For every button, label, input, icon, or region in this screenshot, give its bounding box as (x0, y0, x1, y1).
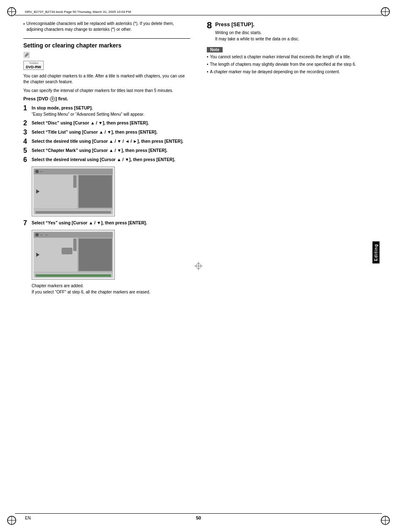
note-item-3: • A chapter marker may be delayed depend… (207, 69, 374, 75)
bullet-text-1: Unrecognisable characters will be replac… (27, 21, 190, 32)
corner-mark-bl (6, 515, 17, 526)
pencil-icon (23, 52, 30, 58)
step-5-content: Select “Chapter Mark” using [Cursor ▲ / … (32, 147, 190, 154)
section-divider (23, 38, 190, 39)
press-dvd-line: Press [DVD ⊙] first. (23, 96, 190, 102)
bullet-dot: • (23, 21, 25, 32)
description-2: You can specify the interval of chapter … (23, 88, 190, 94)
note-item-1: • You cannot select a chapter marker int… (207, 54, 374, 60)
screenshot-1-bottombar (34, 209, 113, 214)
step-7-content: Select “Yes” using [Cursor ▲ / ▼], then … (32, 220, 190, 226)
section-heading: Setting or clearing chapter markers (23, 42, 190, 49)
badge-dvdrw-text: DVD-RW (26, 65, 41, 69)
bullet-item-1: • Unrecognisable characters will be repl… (23, 21, 190, 32)
step-2-bold: Select “Disc” using [Cursor ▲ / ▼], then… (32, 120, 149, 125)
step-1-content: In stop mode, press [SETUP]. “Easy Setti… (32, 105, 190, 117)
screenshot-1-inner: – (34, 169, 113, 214)
step-3-content: Select “Title List” using [Cursor ▲ / ▼]… (32, 129, 190, 136)
left-column: • Unrecognisable characters will be repl… (23, 21, 194, 509)
step-5-number: 5 (23, 147, 29, 154)
screenshot-1-left (34, 174, 78, 209)
content-area: • Unrecognisable characters will be repl… (23, 21, 374, 509)
screenshot-1-body (34, 174, 113, 209)
step-2: 2 Select “Disc” using [Cursor ▲ / ▼], th… (23, 120, 190, 127)
step-8: 8 Press [SETUP]. Writing on the disc sta… (207, 21, 374, 42)
step-8-sub2: It may take a while to write the data on… (215, 36, 374, 42)
caption-line2: If you select "OFF" at step 6, all the c… (32, 290, 150, 294)
badge-video-text: ✎Video (29, 62, 39, 65)
note-text-3: A chapter marker may be delayed dependin… (210, 69, 340, 75)
step-6-content: Select the desired interval using [Curso… (32, 157, 190, 163)
screenshot-2-dot-icon (35, 233, 39, 236)
bullet-section: • Unrecognisable characters will be repl… (23, 21, 190, 32)
step-2-number: 2 (23, 120, 29, 127)
step-1-sub: “Easy Setting Menu” or “Advanced Setting… (32, 112, 190, 117)
step-4-content: Select the desired title using [Cursor ▲… (32, 138, 190, 145)
screenshot-dot-icon (35, 170, 39, 173)
note-bullet-1: • (207, 54, 208, 60)
step-1-number: 1 (23, 105, 29, 117)
note-box: Note • You cannot select a chapter marke… (207, 47, 374, 75)
note-text-2: The length of chapters may slightly devi… (210, 62, 356, 67)
step-8-content: Press [SETUP]. Writing on the disc start… (215, 21, 374, 42)
step-4-number: 4 (23, 138, 29, 145)
screenshot-1-topbar: – (34, 169, 113, 174)
press-dvd-suffix: ] first. (55, 96, 68, 101)
corner-mark-tl (6, 6, 17, 17)
right-column: 8 Press [SETUP]. Writing on the disc sta… (203, 21, 374, 509)
screenshot-1-title: – (40, 169, 42, 174)
screenshot-1-slider (35, 211, 111, 214)
note-item-2: • The length of chapters may slightly de… (207, 62, 374, 67)
step-7: 7 Select “Yes” using [Cursor ▲ / ▼], the… (23, 220, 190, 226)
screenshot-2-inner: – – (34, 232, 113, 278)
edit-icon-area (23, 52, 190, 59)
note-bullet-3: • (207, 69, 208, 75)
screenshot-2-topbar: – – (34, 232, 113, 238)
step-1: 1 In stop mode, press [SETUP]. “Easy Set… (23, 105, 190, 117)
screenshot-2-body (34, 238, 113, 272)
corner-mark-br (380, 515, 391, 526)
step-6-bold: Select the desired interval using [Curso… (32, 157, 175, 162)
screenshot-1-right (78, 174, 113, 209)
step-5-bold: Select “Chapter Mark” using [Cursor ▲ / … (32, 148, 168, 153)
caption-text: Chapter markers are added. If you select… (32, 283, 190, 295)
screenshot-2-title: – – (40, 233, 48, 237)
caption-line1: Chapter markers are added. (32, 283, 84, 288)
scroll-indicator (73, 175, 77, 188)
note-label: Note (207, 47, 223, 52)
screenshot-2-left (34, 238, 78, 272)
step-1-bold: In stop mode, press [SETUP]. (32, 105, 93, 110)
screenshot-2-slider (35, 274, 111, 277)
step-8-bold: Press [SETUP]. (215, 21, 255, 27)
step-3-bold: Select “Title List” using [Cursor ▲ / ▼]… (32, 129, 157, 134)
play-arrow-2-icon (36, 253, 40, 257)
header-line (15, 15, 382, 15)
step-5: 5 Select “Chapter Mark” using [Cursor ▲ … (23, 147, 190, 154)
screenshot-2-right (78, 238, 113, 272)
scroll-indicator-2 (73, 239, 77, 251)
corner-mark-tr (380, 6, 391, 17)
step-6-number: 6 (23, 157, 29, 163)
step-6: 6 Select the desired interval using [Cur… (23, 157, 190, 163)
screenshot-2: – – (32, 230, 115, 280)
play-arrow-icon (36, 189, 40, 194)
dvd-rw-badge: ✎Video DVD-RW (23, 61, 44, 70)
step-4-bold: Select the desired title using [Cursor ▲… (32, 139, 184, 144)
step-8-number: 8 (207, 21, 213, 42)
footer-line (15, 513, 382, 514)
screenshot-2-bottombar (34, 272, 113, 278)
footer-lang: EN (25, 516, 31, 520)
description-1: You can add chapter markers to a title. … (23, 73, 190, 85)
step-3-number: 3 (23, 129, 29, 136)
note-text-1: You cannot select a chapter marker inter… (210, 54, 351, 60)
step-4: 4 Select the desired title using [Cursor… (23, 138, 190, 145)
note-bullet-2: • (207, 62, 208, 67)
screenshot-1: – (32, 167, 115, 216)
step-2-content: Select “Disc” using [Cursor ▲ / ▼], then… (32, 120, 190, 127)
dvd-badge-container: ✎Video DVD-RW (23, 61, 190, 70)
step-7-number: 7 (23, 220, 29, 226)
header-file-info: DRV_B2737_B2734.book Page 50 Thursday, M… (25, 10, 131, 14)
step-7-bold: Select “Yes” using [Cursor ▲ / ▼], then … (32, 220, 147, 225)
dvd-circle-icon: ⊙ (50, 97, 55, 102)
step-8-sub1: Writing on the disc starts. (215, 30, 374, 36)
